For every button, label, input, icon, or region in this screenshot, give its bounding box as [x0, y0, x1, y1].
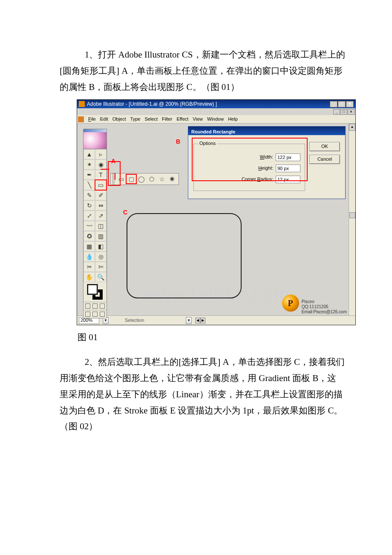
- mdi-buttons-row: _ □ ×: [77, 108, 355, 115]
- brush-tool-icon[interactable]: ✎: [84, 190, 95, 200]
- close-button[interactable]: ×: [346, 101, 354, 107]
- star-icon[interactable]: ☆: [157, 174, 167, 184]
- ok-button[interactable]: OK: [309, 142, 340, 151]
- lasso-tool-icon[interactable]: ◉: [95, 159, 107, 170]
- height-label: Height:: [258, 164, 273, 173]
- paragraph-2: 2、然后选取工具栏上的[选择工具] A，单击选择图形 C，接着我们用渐变色给这个…: [60, 354, 345, 435]
- cancel-button[interactable]: Cancel: [309, 155, 340, 164]
- radius-label: Corner Radius:: [242, 175, 273, 184]
- mdi-close-button[interactable]: ×: [348, 109, 355, 115]
- width-label: Width:: [260, 153, 273, 162]
- zoom-tool-icon[interactable]: 🔍: [95, 272, 107, 282]
- graph-tool-icon[interactable]: ▥: [95, 231, 107, 241]
- figure-caption-01: 图 01: [60, 330, 345, 346]
- signature-email: Email:Pisceo@126.com: [302, 309, 347, 315]
- color-mode-icon[interactable]: [85, 304, 90, 309]
- gradient-tool-icon[interactable]: ◧: [95, 241, 107, 251]
- options-legend: Options: [198, 139, 217, 148]
- toolbox-emblem: [84, 132, 107, 149]
- paragraph-1: 1、打开 Adobe Illustrator CS，新建一个文档，然后选取工具栏…: [60, 47, 345, 95]
- polygon-icon[interactable]: ⬡: [147, 174, 157, 184]
- pencil-tool-icon[interactable]: ✐: [95, 190, 107, 200]
- scale-tool-icon[interactable]: ⤢: [84, 211, 95, 221]
- window-buttons: _ □ ×: [329, 101, 354, 107]
- signature-qq: QQ:11121205: [302, 304, 347, 309]
- screenshot-illustrator: Adobe Illustrator - [Untitled-1.ai @ 200…: [77, 99, 356, 325]
- hand-tool-icon[interactable]: ✋: [84, 272, 95, 282]
- menu-bar: File Edit Object Type Select Filter Effe…: [77, 115, 355, 124]
- mesh-tool-icon[interactable]: ▦: [84, 241, 95, 251]
- mdi-minimize-button[interactable]: _: [333, 109, 340, 115]
- artboard-rounded-rectangle[interactable]: [127, 213, 242, 298]
- shape-tool-flyout: ▭ ▢ ◯ ⬡ ☆ ✺: [110, 173, 179, 185]
- scroll-thumb[interactable]: [349, 212, 355, 218]
- gradient-mode-icon[interactable]: [92, 304, 98, 309]
- toolbox-header[interactable]: [84, 129, 107, 132]
- menu-type[interactable]: Type: [128, 115, 143, 124]
- status-mode: Selection: [112, 316, 144, 325]
- reflect-tool-icon[interactable]: ⇔: [95, 200, 107, 211]
- window-titlebar: Adobe Illustrator - [Untitled-1.ai @ 200…: [77, 100, 355, 108]
- menu-file[interactable]: File: [86, 115, 98, 124]
- symbol-tool-icon[interactable]: ✪: [84, 231, 95, 241]
- signature-badge-icon: [282, 295, 299, 312]
- annotation-c-label: C: [123, 207, 127, 218]
- width-input[interactable]: [276, 153, 300, 161]
- menu-filter[interactable]: Filter: [160, 115, 174, 124]
- menu-select[interactable]: Select: [142, 115, 160, 124]
- rounded-rectangle-icon[interactable]: ▢: [126, 174, 136, 184]
- rectangle-tool-icon[interactable]: ▭: [95, 180, 107, 190]
- ellipse-icon[interactable]: ◯: [136, 174, 147, 184]
- fill-swatch[interactable]: [87, 284, 98, 295]
- toolbox-screen-icons: [84, 310, 107, 318]
- hscroll-left-icon[interactable]: ◀: [195, 318, 200, 324]
- doc-icon: [78, 116, 84, 122]
- line-tool-icon[interactable]: ╲: [84, 180, 95, 190]
- screen-full-icon[interactable]: [100, 312, 105, 317]
- status-dropdown-icon[interactable]: ▼: [186, 317, 192, 324]
- toolbox-bottom-icons: [84, 302, 107, 310]
- maximize-button[interactable]: □: [338, 101, 346, 107]
- shear-tool-icon[interactable]: ⇗: [95, 211, 107, 221]
- menu-help[interactable]: Help: [226, 115, 240, 124]
- signature-name: Pisceo: [302, 299, 347, 304]
- menu-window[interactable]: Window: [205, 115, 226, 124]
- selection-tool-icon[interactable]: ▲: [84, 149, 95, 159]
- scissors-tool-icon[interactable]: ✄: [95, 262, 107, 272]
- warp-tool-icon[interactable]: 〰: [84, 221, 95, 231]
- screen-normal-icon[interactable]: [85, 312, 90, 317]
- fill-stroke-swatch[interactable]: [84, 282, 107, 302]
- status-bar: 200% ▼ Selection ▼ ◀ ▶: [77, 315, 355, 325]
- blend-tool-icon[interactable]: ◎: [95, 251, 107, 262]
- workspace: www.bdocx.com ▲ ▹ ✶ ◉ ✒ T ╲ ▭ ✎ ✐ ↻ ⇔ ⤢ …: [77, 124, 355, 315]
- hscroll-right-icon[interactable]: ▶: [200, 318, 205, 324]
- flare-icon[interactable]: ✺: [167, 174, 177, 184]
- vertical-scrollbar[interactable]: [349, 124, 355, 315]
- annotation-a-label: A: [111, 156, 115, 167]
- eyedropper-tool-icon[interactable]: 💧: [84, 251, 95, 262]
- pen-tool-icon[interactable]: ✒: [84, 170, 95, 180]
- slice-tool-icon[interactable]: ✂: [84, 262, 95, 272]
- menu-object[interactable]: Object: [110, 115, 128, 124]
- free-transform-tool-icon[interactable]: ◫: [95, 221, 107, 231]
- direct-select-tool-icon[interactable]: ▹: [95, 149, 107, 159]
- rotate-tool-icon[interactable]: ↻: [84, 200, 95, 211]
- menu-effect[interactable]: Effect: [174, 115, 190, 124]
- author-signature: Pisceo QQ:11121205 Email:Pisceo@126.com: [282, 299, 347, 315]
- radius-input[interactable]: [276, 176, 300, 183]
- dialog-title: Rounded Rectangle: [188, 127, 345, 135]
- app-icon: [79, 101, 85, 107]
- rounded-rectangle-dialog: Rounded Rectangle Options Width: Height:…: [188, 126, 346, 199]
- options-fieldset: Options Width: Height: Corner Radius:: [193, 139, 305, 191]
- mdi-restore-button[interactable]: □: [340, 109, 347, 115]
- height-input[interactable]: [276, 165, 300, 172]
- toolbox: ▲ ▹ ✶ ◉ ✒ T ╲ ▭ ✎ ✐ ↻ ⇔ ⤢ ⇗ 〰 ◫ ✪ ▥ ▦ ◧: [83, 129, 107, 318]
- hscroll-buttons[interactable]: ◀ ▶: [195, 318, 205, 324]
- menu-view[interactable]: View: [190, 115, 205, 124]
- none-mode-icon[interactable]: [100, 304, 105, 309]
- magic-wand-tool-icon[interactable]: ✶: [84, 159, 95, 170]
- screen-full-menu-icon[interactable]: [92, 312, 98, 317]
- minimize-button[interactable]: _: [330, 101, 337, 107]
- type-tool-icon[interactable]: T: [95, 170, 107, 180]
- menu-edit[interactable]: Edit: [98, 115, 110, 124]
